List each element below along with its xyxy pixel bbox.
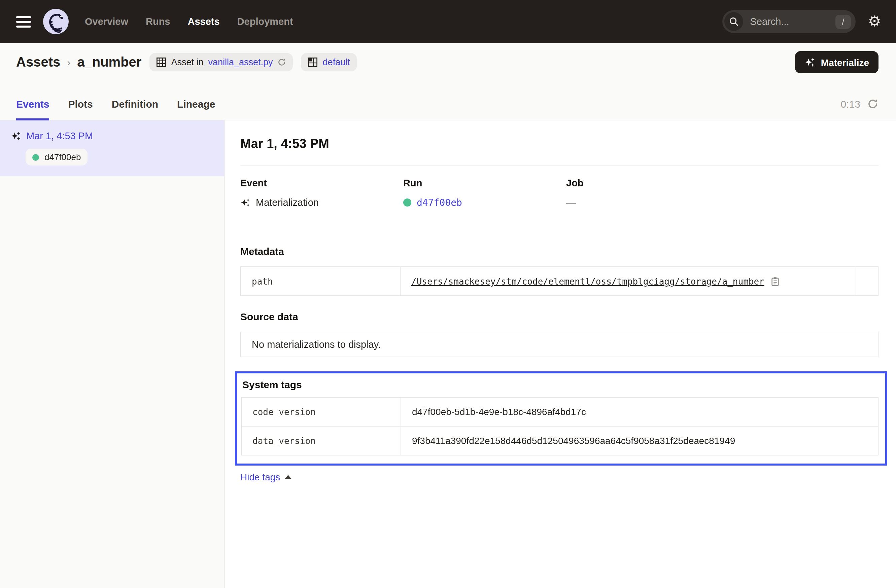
metadata-row-gutter xyxy=(856,267,878,296)
breadcrumb-asset-name: a_number xyxy=(77,55,142,70)
materialize-button[interactable]: Materialize xyxy=(795,51,879,73)
event-title: Mar 1, 4:53 PM xyxy=(240,137,879,151)
search-box[interactable]: / xyxy=(723,10,856,33)
nav-item-deployment[interactable]: Deployment xyxy=(237,16,293,27)
asset-tabs: Events Plots Definition Lineage xyxy=(16,81,879,120)
metadata-path-link[interactable]: /Users/smackesey/stm/code/elementl/oss/t… xyxy=(411,277,764,287)
run-id-link[interactable]: d47f00eb xyxy=(417,197,462,208)
metadata-table: path /Users/smackesey/stm/code/elementl/… xyxy=(240,266,879,296)
event-timestamp-link[interactable]: Mar 1, 4:53 PM xyxy=(26,131,93,141)
primary-nav: Overview Runs Assets Deployment xyxy=(85,16,293,27)
system-tags-heading: System tags xyxy=(242,379,879,390)
tag-value: d47f00eb-5d1b-4e9e-b18c-4896af4bd17c xyxy=(401,397,878,426)
app-window: Overview Runs Assets Deployment / ⚙︎ Ass… xyxy=(0,0,896,588)
asset-header: Assets › a_number Asset in vanilla_asset… xyxy=(0,43,896,120)
breadcrumb-assets-link[interactable]: Assets xyxy=(16,55,60,70)
run-id-badge[interactable]: d47f00eb xyxy=(26,149,87,166)
refresh-timer: 0:13 xyxy=(841,98,860,109)
dagster-logo-icon[interactable] xyxy=(43,9,69,34)
run-label: Run xyxy=(403,178,566,188)
run-id-badge-label: d47f00eb xyxy=(44,152,81,162)
nav-item-overview[interactable]: Overview xyxy=(85,16,128,27)
materialization-icon xyxy=(240,198,250,208)
tab-lineage[interactable]: Lineage xyxy=(177,98,215,120)
reload-definition-icon[interactable] xyxy=(278,58,286,67)
tag-key: code_version xyxy=(241,397,401,426)
source-data-empty-state: No materializations to display. xyxy=(240,332,879,357)
tab-plots[interactable]: Plots xyxy=(68,98,93,120)
table-row: data_version 9f3b411a390fd22e158d446d5d1… xyxy=(241,426,878,455)
event-summary: Event Materialization Run d47f0 xyxy=(240,178,879,208)
refresh-icon[interactable] xyxy=(867,98,879,109)
menu-icon[interactable] xyxy=(16,16,31,27)
events-sidebar: Mar 1, 4:53 PM d47f00eb xyxy=(0,120,225,588)
code-location-link[interactable]: default xyxy=(323,57,350,67)
nav-item-assets[interactable]: Assets xyxy=(188,16,220,27)
table-row: code_version d47f00eb-5d1b-4e9e-b18c-489… xyxy=(241,397,878,426)
asset-badge-prefix: Asset in xyxy=(171,57,203,67)
metadata-section: Metadata path /Users/smackesey/stm/code/… xyxy=(240,246,879,296)
code-location-badge[interactable]: default xyxy=(301,53,357,71)
run-status-icon xyxy=(32,154,39,161)
search-shortcut-badge: / xyxy=(835,14,851,29)
job-label: Job xyxy=(566,178,879,188)
gear-icon[interactable]: ⚙︎ xyxy=(868,14,881,29)
repo-icon xyxy=(308,57,318,67)
nav-item-runs[interactable]: Runs xyxy=(146,16,170,27)
materialization-event-icon xyxy=(11,131,21,141)
run-status-icon xyxy=(403,199,411,207)
system-tags-table: code_version d47f00eb-5d1b-4e9e-b18c-489… xyxy=(241,397,879,456)
table-row: path /Users/smackesey/stm/code/elementl/… xyxy=(241,267,878,296)
breadcrumb: Assets › a_number Asset in vanilla_asset… xyxy=(16,43,879,81)
asset-definition-badge[interactable]: Asset in vanilla_asset.py xyxy=(149,53,293,71)
caret-up-icon xyxy=(285,475,291,479)
job-value: — xyxy=(566,197,576,208)
system-tags-highlight-box: System tags code_version d47f00eb-5d1b-4… xyxy=(235,371,887,466)
source-data-section: Source data No materializations to displ… xyxy=(240,311,879,357)
table-icon xyxy=(156,57,166,67)
metadata-key: path xyxy=(241,267,400,296)
top-nav: Overview Runs Assets Deployment / ⚙︎ xyxy=(0,0,896,43)
event-detail-panel: Mar 1, 4:53 PM Event Materialization xyxy=(225,120,896,588)
event-list-item[interactable]: Mar 1, 4:53 PM d47f00eb xyxy=(0,120,224,176)
breadcrumb-separator: › xyxy=(67,56,70,68)
asset-file-link[interactable]: vanilla_asset.py xyxy=(208,57,273,67)
tag-value: 9f3b411a390fd22e158d446d5d12504963596aa6… xyxy=(401,426,878,455)
divider xyxy=(240,166,879,166)
materialize-button-label: Materialize xyxy=(821,57,869,68)
source-data-heading: Source data xyxy=(240,311,879,322)
search-input[interactable] xyxy=(749,15,830,27)
event-type-value: Materialization xyxy=(256,197,319,208)
hide-tags-link[interactable]: Hide tags xyxy=(240,472,291,482)
event-label: Event xyxy=(240,178,403,188)
metadata-heading: Metadata xyxy=(240,246,879,257)
tag-key: data_version xyxy=(241,426,401,455)
search-icon xyxy=(725,12,744,31)
tab-events[interactable]: Events xyxy=(16,98,49,120)
sparkles-icon xyxy=(805,57,815,68)
tab-definition[interactable]: Definition xyxy=(112,98,158,120)
hide-tags-label: Hide tags xyxy=(240,472,280,482)
copy-icon[interactable] xyxy=(771,277,780,287)
